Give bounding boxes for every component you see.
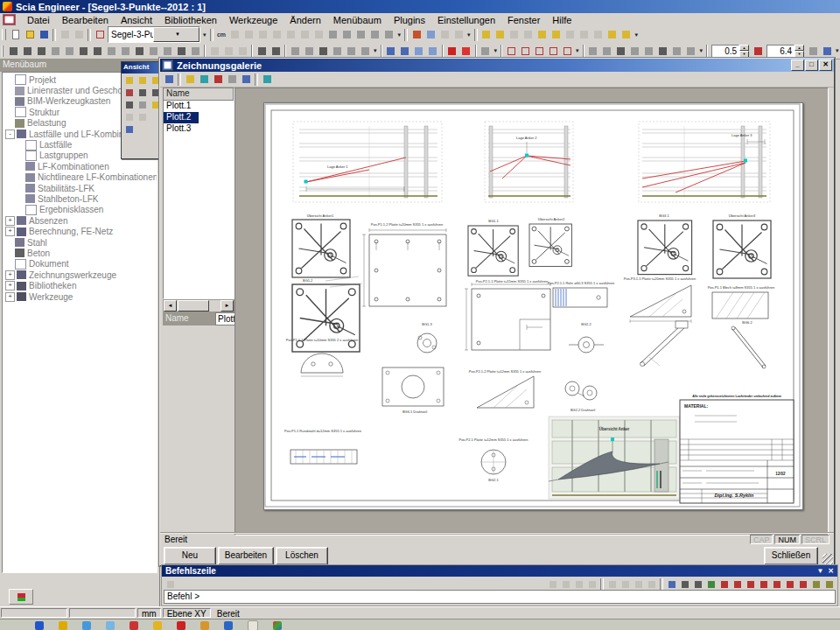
window-view-icon[interactable]	[398, 45, 411, 58]
tree-item-ergebnisklassen[interactable]: Ergebnisklassen	[3, 205, 157, 215]
list-item-selected[interactable]: Plott.2	[164, 112, 199, 123]
menu-bibliotheken[interactable]: Bibliotheken	[158, 14, 223, 26]
section-template-icon[interactable]	[564, 28, 577, 41]
section-template-icon[interactable]	[550, 28, 563, 41]
menu-plugins[interactable]: Plugins	[388, 14, 431, 26]
new-file-icon[interactable]	[10, 28, 23, 41]
cursor-icon[interactable]	[164, 578, 177, 591]
text-icon[interactable]	[614, 45, 627, 58]
toolbar-grip[interactable]	[2, 29, 6, 40]
tree-item-dokument[interactable]: Dokument	[3, 259, 157, 270]
dot-grid-icon[interactable]	[810, 578, 822, 591]
dropdown-more-icon[interactable]: ▾	[576, 47, 579, 54]
section-template-icon[interactable]	[480, 28, 493, 41]
list-item[interactable]: Plott.1	[164, 101, 234, 112]
dimension-tool-icon[interactable]	[161, 45, 174, 58]
spin-down-icon[interactable]: ▼	[794, 51, 804, 58]
snap-int-icon[interactable]	[784, 578, 796, 591]
mesh-icon[interactable]	[438, 28, 452, 41]
pin-icon[interactable]: ▼	[816, 567, 823, 575]
close-button[interactable]: Schließen	[764, 547, 818, 565]
scroll-right-icon[interactable]: ►	[220, 300, 234, 312]
minimize-icon[interactable]: _	[791, 60, 804, 71]
rotate-icon[interactable]	[222, 45, 235, 58]
scale-spinner[interactable]: 0.5 ▲▼	[711, 45, 749, 58]
section-template-icon[interactable]	[536, 28, 549, 41]
snap-line-icon[interactable]	[547, 578, 559, 591]
tree-item-berechnung[interactable]: +Berechnung, FE-Netz	[3, 226, 157, 236]
trim-icon[interactable]	[317, 45, 330, 58]
tree-item-nichtlineare[interactable]: Nichtlineare LF-Kombinationen	[3, 172, 157, 183]
scroll-thumb[interactable]	[178, 300, 209, 312]
level-tool-icon[interactable]	[189, 45, 202, 58]
gallery-title-bar[interactable]: Zeichnungsgalerie _ □ ✕	[160, 59, 834, 72]
open-file-icon[interactable]	[24, 28, 37, 41]
command-panel-header[interactable]: Befehlszeile ▼ ✕	[162, 565, 837, 577]
dropdown-more-icon[interactable]: ▾	[494, 47, 498, 54]
spin-up-icon[interactable]: ▲	[739, 45, 749, 52]
tree-item-stahlbeton-lfk[interactable]: Stahlbeton-LFK	[3, 193, 157, 204]
delete-icon[interactable]	[212, 73, 225, 86]
calc-icon[interactable]	[368, 28, 382, 41]
copy-multi-icon[interactable]	[289, 45, 302, 58]
array-icon[interactable]	[303, 45, 316, 58]
pan-view-icon[interactable]	[136, 111, 149, 123]
resize-grip[interactable]	[822, 554, 833, 564]
line-style-icon[interactable]	[479, 45, 492, 58]
report-icon[interactable]	[382, 28, 396, 41]
mdi-document-icon[interactable]	[3, 14, 16, 25]
draw-circle-icon[interactable]	[547, 45, 560, 58]
undo-icon[interactable]	[59, 28, 72, 41]
edit-button[interactable]: Bearbeiten	[218, 547, 274, 565]
window-view-icon[interactable]	[384, 45, 397, 58]
node-tool-icon[interactable]	[7, 45, 20, 58]
snap-ext-icon[interactable]	[797, 578, 809, 591]
print-icon[interactable]	[228, 28, 242, 41]
layout-icon[interactable]	[94, 28, 107, 41]
expand-icon[interactable]: +	[5, 227, 15, 236]
taskbar-icon[interactable]	[130, 621, 138, 630]
units-cm-icon[interactable]: cm	[215, 32, 228, 38]
move-icon[interactable]	[208, 45, 221, 58]
symbol-icon[interactable]	[656, 45, 669, 58]
zoom-mode-icon[interactable]	[807, 45, 820, 58]
close-icon[interactable]: ✕	[819, 60, 832, 71]
taskbar-icon[interactable]	[177, 621, 186, 630]
delete-button[interactable]: Löschen	[276, 547, 328, 565]
dropdown-more-icon[interactable]: ▾	[374, 47, 377, 54]
dropdown-more-icon[interactable]: ▾	[635, 32, 639, 38]
preview-icon[interactable]	[242, 28, 256, 41]
view-axo-icon[interactable]	[123, 74, 136, 87]
mirror-icon[interactable]	[236, 45, 249, 58]
view-3d-cube-icon[interactable]	[123, 123, 136, 136]
scale-spinner-value[interactable]: 0.5	[711, 45, 739, 58]
menu-fenster[interactable]: Fenster	[501, 14, 546, 26]
menu-ansicht[interactable]: Ansicht	[115, 14, 158, 26]
load-tool-icon[interactable]	[119, 45, 132, 58]
snap-intersect-icon[interactable]	[586, 578, 598, 591]
menu-aendern[interactable]: Ändern	[284, 14, 326, 26]
join-icon[interactable]	[359, 45, 372, 58]
taskbar-icon[interactable]	[200, 621, 209, 630]
view-yz-icon[interactable]	[123, 87, 136, 99]
grid-tool-icon[interactable]	[175, 45, 188, 58]
dim-line-icon[interactable]	[628, 45, 641, 58]
expand-icon[interactable]: +	[5, 216, 15, 226]
sidebar-dock-tab[interactable]	[9, 589, 33, 605]
document-icon[interactable]	[312, 28, 326, 41]
expand-icon[interactable]: +	[5, 292, 15, 302]
expand-icon[interactable]: +	[5, 270, 15, 280]
paste-icon[interactable]	[284, 28, 298, 41]
opening-tool-icon[interactable]	[105, 45, 118, 58]
combobox-dropdown-icon[interactable]: ▼	[153, 27, 200, 42]
section-template-icon[interactable]	[494, 28, 507, 41]
maximize-icon[interactable]: □	[805, 60, 818, 71]
section-template-icon[interactable]	[620, 28, 633, 41]
dropdown-more-icon[interactable]: ▾	[836, 47, 839, 54]
table-icon[interactable]	[298, 28, 312, 41]
tree-item-lf-kombinationen[interactable]: LF-Kombinationen	[3, 161, 157, 172]
list-header-name[interactable]: Name	[164, 88, 234, 101]
list-hscrollbar[interactable]: ◄ ►	[163, 299, 234, 312]
tree-item-bibliotheken[interactable]: +Bibliotheken	[3, 280, 157, 290]
break-icon[interactable]	[345, 45, 358, 58]
